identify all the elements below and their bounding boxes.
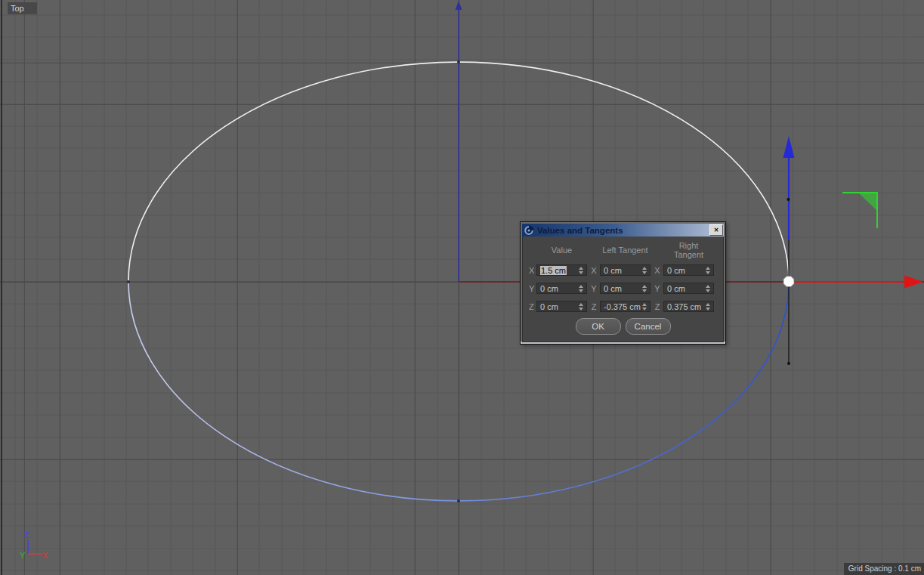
close-icon[interactable]: ✕ — [709, 224, 723, 236]
grid-spacing-status: Grid Spacing : 0.1 cm — [844, 563, 924, 575]
y-value-label: Y — [528, 284, 536, 293]
z-right-tangent-field[interactable]: 0.375 cm — [663, 301, 714, 312]
row-x: X 1.5 cm X 0 cm X 0 cm — [523, 264, 723, 277]
spline-point-left[interactable] — [127, 280, 130, 283]
y-right-tangent-text: 0 cm — [667, 284, 685, 293]
values-and-tangents-dialog: Values and Tangents ✕ Value Left Tangent… — [520, 221, 726, 345]
tangent-handle-bottom-dot[interactable] — [787, 362, 790, 365]
spinner-icon[interactable] — [641, 266, 647, 274]
header-left-tangent: Left Tangent — [600, 246, 651, 255]
world-z-axis-arrowhead-icon — [456, 1, 462, 10]
spline-point-top[interactable] — [457, 60, 460, 63]
x-value-field[interactable]: 1.5 cm — [536, 264, 587, 276]
y-value-field[interactable]: 0 cm — [536, 283, 587, 294]
header-value: Value — [536, 246, 587, 255]
app-logo-icon — [524, 225, 534, 236]
x-right-tangent-field[interactable]: 0 cm — [663, 264, 714, 276]
spinner-icon[interactable] — [705, 302, 711, 311]
column-headers: Value Left Tangent Right Tangent — [523, 241, 723, 264]
z-value-label: Z — [528, 302, 536, 311]
gizmo-plane-handle-fill[interactable] — [859, 193, 877, 211]
y-right-tangent-field[interactable]: 0 cm — [663, 283, 714, 294]
cancel-button[interactable]: Cancel — [626, 318, 671, 335]
axis-indicator: Z Y X — [20, 530, 48, 560]
dialog-title: Values and Tangents — [537, 226, 623, 235]
spinner-icon[interactable] — [578, 266, 584, 274]
z-value-field[interactable]: 0 cm — [536, 301, 587, 312]
x-value-label: X — [528, 266, 536, 275]
view-label[interactable]: Top — [8, 2, 37, 14]
z-right-tangent-label: Z — [651, 302, 663, 311]
x-left-tangent-field[interactable]: 0 cm — [600, 264, 651, 276]
dialog-titlebar[interactable]: Values and Tangents ✕ — [522, 224, 724, 236]
spinner-icon[interactable] — [578, 302, 584, 311]
z-left-tangent-label: Z — [587, 302, 600, 311]
x-right-tangent-label: X — [651, 266, 663, 275]
x-right-tangent-text: 0 cm — [667, 266, 685, 275]
spinner-icon[interactable] — [705, 266, 711, 274]
spinner-icon[interactable] — [641, 284, 647, 292]
dialog-buttons: OK Cancel — [523, 318, 723, 335]
z-value-text: 0 cm — [540, 302, 558, 311]
header-right-tangent: Right Tangent — [663, 241, 714, 259]
x-value-text: 1.5 cm — [540, 266, 567, 275]
y-left-tangent-label: Y — [587, 284, 600, 293]
spinner-icon[interactable] — [578, 284, 584, 292]
selected-spline-point[interactable] — [783, 277, 794, 287]
x-left-tangent-label: X — [587, 266, 600, 275]
axis-indicator-x-label: X — [42, 551, 48, 560]
spinner-icon[interactable] — [705, 284, 711, 292]
ok-button[interactable]: OK — [576, 318, 621, 335]
axis-indicator-y-label: Y — [20, 551, 26, 560]
spinner-icon[interactable] — [641, 302, 647, 311]
y-left-tangent-field[interactable]: 0 cm — [600, 283, 651, 294]
z-left-tangent-field[interactable]: -0.375 cm — [600, 301, 651, 312]
z-right-tangent-text: 0.375 cm — [667, 302, 701, 311]
viewport-left-border — [1, 0, 2, 575]
spline-point-bottom[interactable] — [457, 499, 460, 502]
gizmo-x-axis-arrowhead-icon[interactable] — [904, 276, 923, 289]
gizmo-z-axis-arrowhead-icon[interactable] — [783, 136, 795, 158]
row-y: Y 0 cm Y 0 cm Y 0 cm — [523, 282, 723, 295]
z-left-tangent-text: -0.375 cm — [604, 302, 641, 311]
tangent-handle-top-dot[interactable] — [787, 198, 790, 201]
axis-indicator-z-label: Z — [24, 530, 29, 539]
scene-canvas: Z Y X — [0, 0, 924, 575]
y-right-tangent-label: Y — [651, 284, 663, 293]
viewport-top[interactable]: Z Y X Top Grid Spacing : 0.1 cm — [0, 0, 924, 575]
x-left-tangent-text: 0 cm — [604, 266, 622, 275]
y-left-tangent-text: 0 cm — [604, 284, 622, 293]
dialog-content: Value Left Tangent Right Tangent X 1.5 c… — [522, 236, 724, 342]
row-z: Z 0 cm Z -0.375 cm Z 0.375 cm — [523, 300, 723, 313]
y-value-text: 0 cm — [540, 284, 558, 293]
